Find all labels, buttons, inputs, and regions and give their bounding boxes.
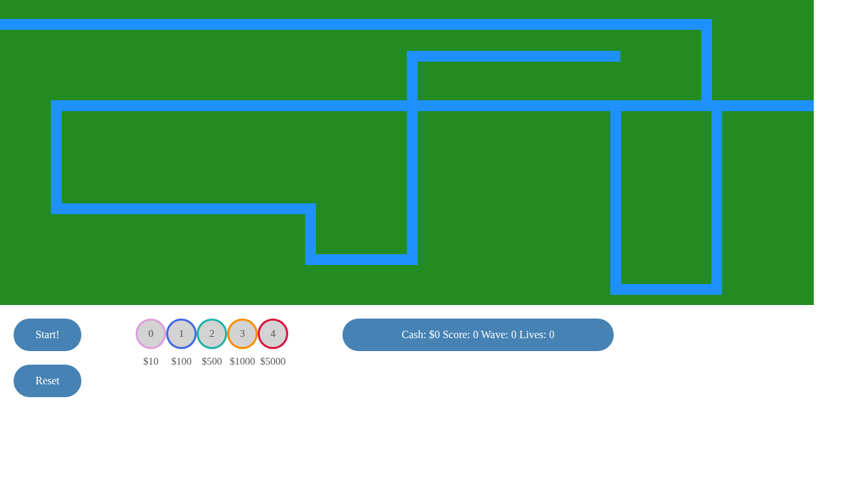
button-column: Start! Reset: [14, 319, 81, 397]
path-segment: [610, 284, 722, 295]
tower-selector-2[interactable]: 2: [197, 319, 227, 349]
status-bar: Cash: $0 Score: 0 Wave: 0 Lives: 0: [342, 319, 614, 351]
lives-label: Lives:: [519, 329, 547, 340]
lives-value: 0: [549, 329, 555, 340]
path-segment: [711, 100, 722, 295]
tower-selector-0[interactable]: 0: [136, 319, 166, 349]
towers-row: 0 1 2 3 4: [136, 319, 288, 349]
path-segment: [51, 100, 62, 214]
tower-item-2: 2: [197, 319, 227, 349]
prices-row: $10 $100 $500 $1000 $5000: [136, 356, 288, 367]
path-segment: [407, 51, 418, 264]
score-value: 0: [473, 329, 479, 340]
path-segment: [51, 203, 316, 214]
tower-selector-3[interactable]: 3: [227, 319, 258, 349]
tower-price-4: $5000: [258, 356, 288, 367]
tower-price-0: $10: [136, 356, 166, 367]
towers-section: 0 1 2 3 4 $10 $100 $500 $1000 $5000: [136, 319, 288, 367]
tower-item-1: 1: [166, 319, 197, 349]
cash-label: Cash:: [401, 329, 426, 340]
wave-value: 0: [511, 329, 517, 340]
path-segment: [305, 254, 418, 265]
path-segment: [610, 100, 621, 295]
tower-item-4: 4: [258, 319, 288, 349]
start-button[interactable]: Start!: [14, 319, 81, 351]
controls-panel: Start! Reset 0 1 2 3 4 $10 $100 $500 $10: [0, 305, 868, 411]
tower-selector-1[interactable]: 1: [166, 319, 197, 349]
game-board[interactable]: [0, 0, 814, 305]
tower-item-0: 0: [136, 319, 166, 349]
score-label: Score:: [443, 329, 471, 340]
tower-selector-4[interactable]: 4: [258, 319, 288, 349]
tower-price-3: $1000: [227, 356, 258, 367]
path-segment: [407, 51, 620, 62]
tower-price-2: $500: [197, 356, 227, 367]
path-segment: [0, 19, 712, 30]
wave-label: Wave:: [481, 329, 508, 340]
reset-button[interactable]: Reset: [14, 365, 81, 397]
path-segment: [51, 100, 610, 111]
tower-price-1: $100: [166, 356, 197, 367]
path-segment: [701, 19, 712, 110]
tower-item-3: 3: [227, 319, 258, 349]
cash-value: $0: [429, 329, 440, 340]
